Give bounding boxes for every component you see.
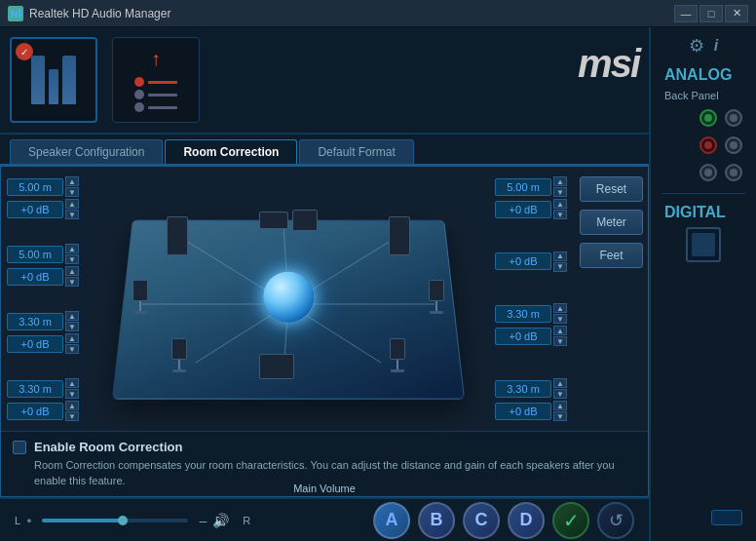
cable-plug-3 [134, 102, 177, 112]
jack-red[interactable] [699, 136, 717, 154]
left-dist-3-up[interactable]: ▲ [65, 311, 79, 321]
bottom-switch[interactable] [711, 510, 742, 525]
right-gain-2-up[interactable]: ▲ [553, 251, 567, 261]
left-dist-2-up[interactable]: ▲ [65, 244, 79, 253]
left-dist-1-value[interactable]: 5.00 m [7, 178, 63, 196]
panel-area: 5.00 m ▲ ▼ +0 dB ▲ ▼ [0, 166, 649, 497]
jack-gray-2[interactable] [725, 136, 742, 154]
right-gain-3-down[interactable]: ▼ [553, 336, 567, 346]
left-gain-2-down[interactable]: ▼ [65, 277, 79, 287]
floor-wrapper [113, 192, 464, 406]
info-icon[interactable]: i [714, 37, 718, 55]
right-dist-3-row: 3.30 m ▲ ▼ [495, 303, 569, 324]
right-gain-1-value[interactable]: +0 dB [495, 201, 551, 218]
left-gain-3-up[interactable]: ▲ [65, 333, 79, 343]
jack-row-1 [657, 107, 750, 129]
jack-gray-3[interactable] [699, 164, 717, 181]
digital-port[interactable] [686, 227, 721, 262]
left-dist-2-row: 5.00 m ▲ ▼ [7, 244, 81, 264]
right-gain-4-down[interactable]: ▼ [553, 411, 567, 421]
right-sidebar: ⚙ i ANALOG Back Panel [649, 27, 756, 541]
enable-room-correction-checkbox[interactable] [13, 441, 26, 454]
left-dist-2-value[interactable]: 5.00 m [7, 246, 63, 263]
window-controls: — □ ✕ [674, 5, 748, 22]
left-gain-1-down[interactable]: ▼ [65, 210, 79, 219]
left-gain-3-down[interactable]: ▼ [65, 344, 79, 354]
tab-room-correction[interactable]: Room Correction [165, 139, 297, 164]
jack-green[interactable] [699, 109, 717, 127]
preset-c-button[interactable]: C [463, 502, 500, 539]
speaker-icon-box[interactable]: ✓ [10, 37, 97, 123]
right-gain-3-value[interactable]: +0 dB [495, 328, 551, 345]
feet-button[interactable]: Feet [580, 243, 643, 268]
right-dist-4-down[interactable]: ▼ [553, 389, 567, 399]
preset-d-button[interactable]: D [508, 502, 545, 539]
cables-box[interactable]: ↑ [112, 37, 200, 123]
right-gain-2-down[interactable]: ▼ [553, 262, 567, 272]
jack-gray-1[interactable] [725, 109, 742, 127]
left-icon: ● [26, 516, 31, 525]
right-dist-1-value[interactable]: 5.00 m [495, 178, 551, 196]
right-dist-3-value[interactable]: 3.30 m [495, 305, 551, 323]
left-gain-4-value[interactable]: +0 dB [7, 403, 63, 420]
right-gain-1-down[interactable]: ▼ [553, 210, 567, 219]
right-dist-1-up[interactable]: ▲ [553, 176, 567, 186]
left-channel-label: L [15, 515, 20, 526]
left-gain-1-value[interactable]: +0 dB [7, 201, 63, 218]
left-gain-2-value[interactable]: +0 dB [7, 268, 63, 286]
left-dist-1-arrows: ▲ ▼ [65, 176, 79, 197]
sidebar-icons-row: ⚙ i [689, 35, 718, 57]
right-gain-1-up[interactable]: ▲ [553, 199, 567, 209]
speaker-subwoofer [259, 354, 294, 379]
right-gain-4-up[interactable]: ▲ [553, 401, 567, 410]
left-dist-4-up[interactable]: ▲ [65, 378, 79, 388]
left-dist-4-value[interactable]: 3.30 m [7, 380, 63, 398]
apply-button[interactable]: ✓ [552, 502, 589, 539]
meter-button[interactable]: Meter [580, 210, 643, 235]
volume-slider-track[interactable] [42, 519, 188, 522]
right-dist-4-row: 3.30 m ▲ ▼ [495, 378, 569, 399]
left-dist-2-down[interactable]: ▼ [65, 254, 79, 264]
app-title: Realtek HD Audio Manager [29, 7, 170, 20]
right-dist-4-value[interactable]: 3.30 m [495, 380, 551, 398]
tab-speaker-configuration[interactable]: Speaker Configuration [10, 139, 163, 164]
preset-b-button[interactable]: B [418, 502, 455, 539]
right-gain-2-value[interactable]: +0 dB [495, 252, 551, 270]
preset-a-button[interactable]: A [373, 502, 410, 539]
left-dist-1-row: 5.00 m ▲ ▼ [7, 176, 81, 197]
tab-default-format[interactable]: Default Format [299, 139, 413, 164]
right-dist-1-arrows: ▲ ▼ [553, 176, 567, 197]
volume-mute-icon[interactable]: – [200, 513, 208, 528]
minimize-button[interactable]: — [674, 5, 698, 22]
left-gain-4-down[interactable]: ▼ [65, 411, 79, 421]
right-gain-2-row: +0 dB ▲ ▼ [495, 251, 569, 272]
jack-gray-4[interactable] [725, 164, 742, 181]
right-gain-1-arrows: ▲ ▼ [553, 199, 567, 219]
reset-button[interactable]: Reset [580, 176, 643, 202]
cable-plug-1 [134, 77, 177, 87]
left-dist-3-value[interactable]: 3.30 m [7, 313, 63, 330]
refresh-button[interactable]: ↺ [597, 502, 634, 539]
right-dist-3-down[interactable]: ▼ [553, 314, 567, 324]
close-button[interactable]: ✕ [725, 5, 748, 22]
right-dist-1-down[interactable]: ▼ [553, 187, 567, 197]
right-dist-4-up[interactable]: ▲ [553, 378, 567, 388]
right-gain-4-value[interactable]: +0 dB [495, 403, 551, 420]
left-gain-1-up[interactable]: ▲ [65, 199, 79, 209]
left-distance-controls: 5.00 m ▲ ▼ +0 dB ▲ ▼ [1, 167, 87, 431]
svg-rect-2 [19, 9, 20, 18]
left-dist-1-down[interactable]: ▼ [65, 187, 79, 197]
left-gain-4-up[interactable]: ▲ [65, 401, 79, 410]
left-control-1: 5.00 m ▲ ▼ +0 dB ▲ ▼ [7, 176, 81, 219]
left-gain-2-up[interactable]: ▲ [65, 266, 79, 276]
right-gain-3-up[interactable]: ▲ [553, 326, 567, 335]
maximize-button[interactable]: □ [699, 5, 723, 22]
right-control-1: 5.00 m ▲ ▼ +0 dB ▲ ▼ [495, 176, 569, 219]
left-dist-4-down[interactable]: ▼ [65, 389, 79, 399]
left-gain-3-value[interactable]: +0 dB [7, 335, 63, 353]
right-dist-3-up[interactable]: ▲ [553, 303, 567, 313]
left-dist-1-up[interactable]: ▲ [65, 176, 79, 186]
settings-icon[interactable]: ⚙ [689, 35, 704, 57]
left-dist-3-down[interactable]: ▼ [65, 322, 79, 331]
volume-slider-thumb[interactable] [118, 516, 128, 525]
